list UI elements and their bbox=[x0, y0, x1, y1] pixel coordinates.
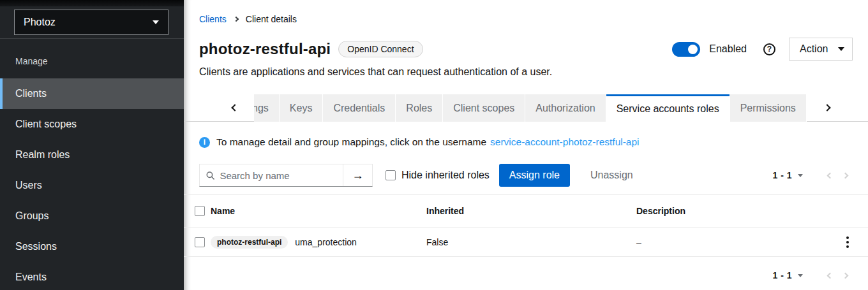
enabled-label: Enabled bbox=[709, 43, 747, 55]
role-name: uma_protection bbox=[295, 237, 357, 247]
sidebar-nav: Clients Client scopes Realm roles Users … bbox=[0, 78, 184, 290]
action-dropdown[interactable]: Action bbox=[789, 38, 853, 61]
tab-content: i To manage detail and group mappings, c… bbox=[184, 136, 868, 187]
tab-scroll-left-button[interactable] bbox=[184, 94, 254, 122]
arrow-right-icon: → bbox=[352, 169, 364, 182]
kebab-menu-icon[interactable] bbox=[844, 234, 851, 250]
chevron-down-icon bbox=[798, 274, 803, 277]
service-account-roles-table: Name Inherited Description photoz-restfu… bbox=[184, 194, 868, 257]
tab-service-accounts-roles[interactable]: Service accounts roles bbox=[606, 94, 730, 122]
breadcrumb-clients-link[interactable]: Clients bbox=[199, 14, 227, 24]
action-dropdown-label: Action bbox=[800, 43, 828, 55]
tabs-strip: Settings Keys Credentials Roles Client s… bbox=[254, 94, 807, 122]
pagination-options-toggle[interactable]: 1 - 1 bbox=[772, 170, 803, 180]
sidebar-item-label: Groups bbox=[15, 210, 49, 222]
pagination-range: 1 - 1 bbox=[772, 270, 792, 280]
tab-credentials[interactable]: Credentials bbox=[323, 94, 395, 122]
toolbar: → Hide inherited roles Assign role Unass… bbox=[199, 164, 853, 187]
tab-keys[interactable]: Keys bbox=[280, 94, 323, 122]
pagination-prev-button[interactable] bbox=[822, 273, 837, 278]
help-icon[interactable]: ? bbox=[763, 43, 775, 55]
sidebar-item-label: Users bbox=[15, 180, 42, 191]
breadcrumb-separator-icon bbox=[234, 17, 239, 22]
description-cell: – bbox=[636, 237, 827, 247]
column-header-inherited: Inherited bbox=[426, 206, 636, 216]
select-all-checkbox[interactable] bbox=[195, 206, 205, 216]
realm-selector[interactable]: Photoz bbox=[14, 10, 168, 35]
sidebar-item-client-scopes[interactable]: Client scopes bbox=[0, 109, 184, 140]
column-header-description: Description bbox=[636, 206, 827, 216]
breadcrumb: Clients Client details bbox=[199, 14, 853, 24]
sidebar: Photoz Manage Clients Client scopes Real… bbox=[0, 0, 184, 290]
pagination-options-toggle[interactable]: 1 - 1 bbox=[772, 270, 803, 280]
sidebar-item-label: Client scopes bbox=[15, 119, 77, 130]
sidebar-item-label: Realm roles bbox=[15, 149, 70, 161]
realm-selector-label: Photoz bbox=[24, 17, 56, 28]
hide-inherited-checkbox[interactable] bbox=[385, 170, 396, 180]
sidebar-item-label: Clients bbox=[15, 88, 47, 99]
tab-roles[interactable]: Roles bbox=[396, 94, 442, 122]
sidebar-item-sessions[interactable]: Sessions bbox=[0, 231, 184, 262]
pagination-next-button[interactable] bbox=[837, 273, 853, 278]
tab-client-scopes[interactable]: Client scopes bbox=[443, 94, 525, 122]
title-row: photoz-restful-api OpenID Connect Enable… bbox=[199, 38, 853, 61]
table-header-row: Name Inherited Description bbox=[184, 194, 868, 228]
row-checkbox[interactable] bbox=[195, 237, 205, 247]
hide-inherited-label[interactable]: Hide inherited roles bbox=[401, 170, 490, 181]
toggle-knob-icon bbox=[688, 45, 698, 54]
info-icon: i bbox=[199, 137, 210, 148]
tab-label: Roles bbox=[406, 103, 432, 114]
search-submit-button[interactable]: → bbox=[343, 164, 372, 186]
pagination-prev-button[interactable] bbox=[822, 173, 837, 178]
tabs-bar: Settings Keys Credentials Roles Client s… bbox=[184, 94, 868, 122]
sidebar-item-clients[interactable]: Clients bbox=[0, 78, 184, 109]
search-group: → bbox=[199, 164, 373, 187]
tab-settings[interactable]: Settings bbox=[254, 94, 279, 122]
tab-authorization[interactable]: Authorization bbox=[525, 94, 605, 122]
enabled-toggle[interactable] bbox=[672, 42, 700, 57]
hide-inherited-group: Hide inherited roles bbox=[385, 170, 490, 181]
alert-message: To manage detail and group mappings, cli… bbox=[216, 136, 486, 148]
sidebar-item-users[interactable]: Users bbox=[0, 170, 184, 201]
pagination-range: 1 - 1 bbox=[772, 170, 792, 180]
assign-role-button[interactable]: Assign role bbox=[499, 164, 570, 187]
tab-label: Settings bbox=[254, 103, 269, 114]
chevron-left-icon bbox=[231, 104, 238, 111]
tab-permissions[interactable]: Permissions bbox=[730, 94, 806, 122]
chevron-right-icon bbox=[823, 104, 830, 111]
tab-label: Authorization bbox=[535, 103, 595, 114]
sidebar-item-label: Sessions bbox=[15, 241, 57, 252]
sidebar-item-realm-roles[interactable]: Realm roles bbox=[0, 140, 184, 170]
tab-scroll-right-button[interactable] bbox=[807, 94, 868, 122]
tab-label: Keys bbox=[290, 103, 313, 114]
info-alert: i To manage detail and group mappings, c… bbox=[199, 136, 853, 148]
protocol-badge: OpenID Connect bbox=[338, 41, 423, 57]
nav-section-title: Manage bbox=[0, 39, 184, 66]
tab-label: Credentials bbox=[333, 103, 385, 114]
inherited-cell: False bbox=[426, 237, 636, 247]
page-title: photoz-restful-api bbox=[199, 40, 331, 58]
chevron-left-icon bbox=[827, 272, 833, 279]
search-icon bbox=[206, 171, 214, 180]
chevron-down-icon bbox=[798, 174, 803, 177]
service-account-link[interactable]: service-account-photoz-restful-api bbox=[490, 136, 639, 148]
chevron-right-icon bbox=[842, 272, 848, 279]
search-field bbox=[200, 164, 343, 186]
page-header: Clients Client details photoz-restful-ap… bbox=[184, 0, 868, 78]
search-input[interactable] bbox=[220, 170, 336, 181]
sidebar-top-shadow bbox=[0, 0, 184, 6]
chevron-down-icon bbox=[838, 47, 844, 51]
header-controls: Enabled ? Action bbox=[672, 38, 853, 61]
chevron-down-icon bbox=[153, 20, 159, 24]
chevron-right-icon bbox=[842, 172, 848, 178]
pagination-next-button[interactable] bbox=[837, 173, 853, 178]
sidebar-item-events[interactable]: Events bbox=[0, 262, 184, 290]
unassign-button[interactable]: Unassign bbox=[590, 170, 633, 181]
sidebar-item-groups[interactable]: Groups bbox=[0, 201, 184, 231]
pagination-bottom: 1 - 1 bbox=[772, 270, 853, 280]
table-row: photoz-restful-api uma_protection False … bbox=[184, 228, 868, 257]
role-name-cell: photoz-restful-api uma_protection bbox=[211, 236, 426, 249]
column-header-name: Name bbox=[211, 206, 426, 216]
chevron-left-icon bbox=[827, 172, 833, 178]
sidebar-item-label: Events bbox=[15, 272, 47, 283]
